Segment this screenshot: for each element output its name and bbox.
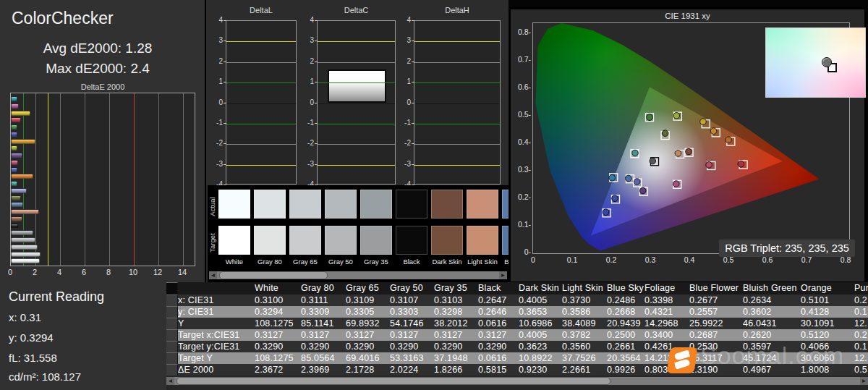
row-gutter[interactable] xyxy=(166,282,178,294)
table-header-row: WhiteGray 80Gray 65Gray 50Gray 35BlackDa… xyxy=(166,282,868,294)
swatch-scrollbar[interactable]: ◄ ► xyxy=(209,271,507,279)
column-header-orange: Orange xyxy=(801,282,854,294)
cie-measured-orange-yellow xyxy=(710,128,717,135)
cell-white: 0.3294 xyxy=(255,306,301,318)
reference-line xyxy=(414,124,500,124)
x-tick-label: 10 xyxy=(124,268,142,276)
reference-line xyxy=(414,144,500,145)
cie-measured-yellow xyxy=(700,119,707,125)
row-gutter[interactable] xyxy=(166,329,178,341)
cell-light-skin: 0.3586 xyxy=(562,306,607,318)
cell-white: 0.3100 xyxy=(255,294,301,306)
table-row: Y108.127585.114169.893254.174638.20120.0… xyxy=(166,318,868,329)
table-scroll-thumb[interactable] xyxy=(176,377,610,385)
deltae-bar-bluish-green xyxy=(11,181,17,186)
gridline xyxy=(85,93,85,266)
y-tick-mark xyxy=(412,164,414,165)
cell-blue-sky: 0.9926 xyxy=(607,364,644,376)
reference-line xyxy=(318,165,395,166)
deltae-bar-gray-80 xyxy=(11,252,41,257)
swatch-label: Dark Skin xyxy=(431,258,463,266)
reference-line xyxy=(226,165,296,166)
scroll-right-icon[interactable]: ► xyxy=(860,377,868,385)
table-scrollbar[interactable]: ◄ ► xyxy=(166,377,868,385)
swatch-label: Gray 35 xyxy=(360,258,392,266)
scroll-right-icon[interactable]: ► xyxy=(499,271,507,279)
column-header-blue-sky: Blue Sky xyxy=(607,282,644,294)
y-tick-mark xyxy=(412,20,414,21)
cell-pur: 12. xyxy=(854,352,868,364)
reference-line xyxy=(414,62,500,63)
current-reading-panel: Current Reading x: 0.31 y: 0.3294 fL: 31… xyxy=(0,282,166,390)
cell-blue-flower: 0.2677 xyxy=(689,294,743,306)
y-tick-label: -1 xyxy=(212,119,223,127)
deltae2000-chart-title: DeltaE 2000 xyxy=(10,82,195,91)
swatch-label: White xyxy=(218,258,250,266)
cie-y-tick-label: 0.5- xyxy=(514,110,531,119)
column-header-foliage: Foliage xyxy=(644,282,689,294)
reference-line xyxy=(226,62,296,63)
deltae-bar-white xyxy=(11,258,40,263)
reference-line xyxy=(48,93,48,266)
y-tick-mark xyxy=(315,143,318,144)
cell-orange: 0.5101 xyxy=(801,294,854,306)
chart-title-deltaC: DeltaC xyxy=(306,6,407,14)
y-tick-label: 3 xyxy=(212,36,223,44)
cell-gray-35: 37.1948 xyxy=(434,352,478,364)
cell-gray-35: 0.3290 xyxy=(434,341,478,352)
deltae2000-bar-chart xyxy=(10,93,195,266)
y-tick-mark xyxy=(412,62,414,62)
row-gutter[interactable] xyxy=(166,364,178,376)
measurement-table-panel: WhiteGray 80Gray 65Gray 50Gray 35BlackDa… xyxy=(166,282,868,390)
y-tick-mark xyxy=(224,62,226,62)
cell-blue-flower: 0.2687 xyxy=(689,329,743,341)
cie-y-tick-label: 0.3- xyxy=(514,165,531,174)
cell-dark-skin: 0.3623 xyxy=(519,341,562,352)
cell-gray-80: 85.1141 xyxy=(301,318,346,329)
cie-measured-yellow-green xyxy=(673,113,680,119)
row-gutter[interactable] xyxy=(166,306,178,318)
avg-de2000-value: Avg dE2000: 1.28 xyxy=(0,41,195,56)
max-de2000-value: Max dE2000: 2.4 xyxy=(0,61,195,77)
cell-pur: 0.5 xyxy=(854,364,868,376)
row-gutter[interactable] xyxy=(166,318,178,329)
cell-blue-flower: 0.2530 xyxy=(689,341,743,352)
gridline xyxy=(109,93,110,266)
cie-x-tick-label: 0.2 xyxy=(603,255,619,264)
cie-x-tick-label: 0.4 xyxy=(681,255,697,264)
cell-dark-skin: 0.4005 xyxy=(519,294,562,306)
cie-x-tick-label: 0 xyxy=(525,255,541,264)
deltae-bar-light-skin xyxy=(11,209,39,214)
row-gutter[interactable] xyxy=(166,352,178,364)
deltae-bar-red xyxy=(11,117,21,122)
y-tick-mark xyxy=(315,123,318,124)
row-gutter[interactable] xyxy=(166,294,178,306)
scroll-left-icon[interactable]: ◄ xyxy=(209,271,217,279)
cie-y-tick-label: 0.8- xyxy=(514,27,531,36)
cell-orange: 0.5120 xyxy=(801,329,854,341)
y-tick-label: -1 xyxy=(303,119,314,127)
row-gutter[interactable] xyxy=(166,341,178,352)
cie-measured-green xyxy=(647,114,653,121)
row-label: x: CIE31 xyxy=(178,294,255,306)
cie-y-tick-label: 0.7- xyxy=(514,55,531,64)
cell-white: 2.3672 xyxy=(255,364,301,376)
white-point-inset xyxy=(765,27,866,98)
cell-gray-50: 0.3303 xyxy=(390,306,434,318)
x-tick-label: 4 xyxy=(50,268,69,276)
y-tick-label: 3 xyxy=(400,36,411,44)
swatch-scroll-thumb[interactable] xyxy=(219,271,328,279)
table-row: Target x:CIE310.31270.31270.31270.31270.… xyxy=(166,329,868,341)
rgb-triplet-label: RGB Triplet: 235, 235, 235 xyxy=(719,239,855,257)
y-tick-label: 4 xyxy=(400,16,411,24)
cie-chart-title: CIE 1931 xy xyxy=(511,12,864,20)
cell-dark-skin: 10.8922 xyxy=(519,352,562,364)
cell-foliage: 0.3400 xyxy=(644,329,689,341)
cell-gray-80: 85.0564 xyxy=(301,352,346,364)
deltae-bar-foliage xyxy=(11,195,21,200)
scroll-left-icon[interactable]: ◄ xyxy=(166,377,174,385)
y-tick-mark xyxy=(412,41,414,41)
swatch-label: Light Skin xyxy=(467,258,498,266)
cell-white: 108.1275 xyxy=(255,318,301,329)
cell-gray-65: 2.1728 xyxy=(346,364,390,376)
